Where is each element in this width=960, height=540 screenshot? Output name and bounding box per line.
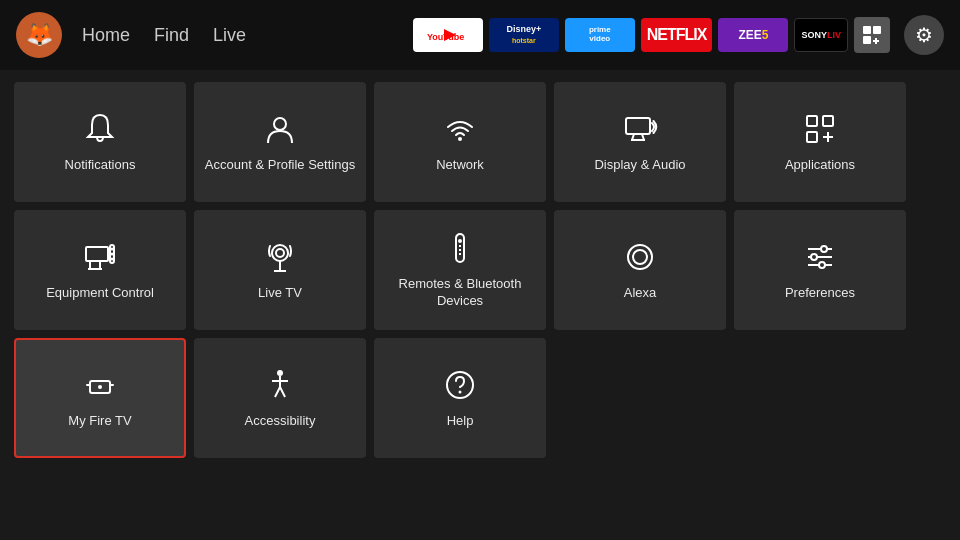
svg-point-37: [633, 250, 647, 264]
tv-icon: [82, 239, 118, 275]
svg-rect-5: [863, 36, 871, 44]
app-disney-hotstar[interactable]: Disney+hotstar: [489, 18, 559, 52]
equipment-control-label: Equipment Control: [38, 285, 162, 302]
accessibility-icon: [262, 367, 298, 403]
help-label: Help: [439, 413, 482, 430]
nav-find[interactable]: Find: [154, 25, 189, 46]
svg-point-28: [276, 249, 284, 257]
top-navigation: 🦊 Home Find Live YouTube Disney+hotstar …: [0, 0, 960, 70]
account-label: Account & Profile Settings: [197, 157, 363, 174]
live-tv-label: Live TV: [250, 285, 310, 302]
nav-links: Home Find Live: [82, 25, 246, 46]
app-youtube[interactable]: YouTube: [413, 18, 483, 52]
svg-text:YouTube: YouTube: [427, 32, 464, 42]
tile-accessibility[interactable]: Accessibility: [194, 338, 366, 458]
svg-line-51: [275, 387, 280, 397]
svg-point-8: [274, 118, 286, 130]
tile-applications[interactable]: Applications: [734, 82, 906, 202]
grid-row-2: Equipment Control Live TV: [14, 210, 946, 330]
svg-rect-31: [456, 234, 464, 262]
wifi-icon: [442, 111, 478, 147]
svg-rect-4: [873, 26, 881, 34]
tile-network[interactable]: Network: [374, 82, 546, 202]
svg-rect-10: [626, 118, 650, 134]
svg-point-43: [819, 262, 825, 268]
alexa-label: Alexa: [616, 285, 665, 302]
settings-button[interactable]: ⚙: [904, 15, 944, 55]
app-prime-video[interactable]: primevideo: [565, 18, 635, 52]
preferences-label: Preferences: [777, 285, 863, 302]
svg-point-41: [821, 246, 827, 252]
tile-equipment-control[interactable]: Equipment Control: [14, 210, 186, 330]
tile-display-audio[interactable]: Display & Audio: [554, 82, 726, 202]
svg-rect-45: [86, 384, 90, 386]
logo: 🦊: [16, 12, 62, 58]
accessibility-label: Accessibility: [237, 413, 324, 430]
svg-rect-15: [823, 116, 833, 126]
notifications-label: Notifications: [57, 157, 144, 174]
svg-rect-16: [807, 132, 817, 142]
svg-point-53: [447, 372, 473, 398]
display-audio-label: Display & Audio: [586, 157, 693, 174]
alexa-icon: [622, 239, 658, 275]
help-icon: [442, 367, 478, 403]
svg-point-32: [458, 239, 462, 243]
svg-rect-46: [110, 384, 114, 386]
tile-alexa[interactable]: Alexa: [554, 210, 726, 330]
tile-remotes-bluetooth[interactable]: Remotes & Bluetooth Devices: [374, 210, 546, 330]
nav-live[interactable]: Live: [213, 25, 246, 46]
tile-notifications[interactable]: Notifications: [14, 82, 186, 202]
tile-help[interactable]: Help: [374, 338, 546, 458]
remote-icon: [442, 230, 478, 266]
svg-rect-3: [863, 26, 871, 34]
settings-grid: Notifications Account & Profile Settings: [0, 70, 960, 470]
sliders-icon: [802, 239, 838, 275]
nav-home[interactable]: Home: [82, 25, 130, 46]
my-fire-tv-label: My Fire TV: [60, 413, 139, 430]
app-zee5[interactable]: ZEE5: [718, 18, 788, 52]
tile-preferences[interactable]: Preferences: [734, 210, 906, 330]
apps-icon: [802, 111, 838, 147]
svg-point-48: [277, 370, 283, 376]
svg-point-47: [98, 385, 102, 389]
bell-icon: [82, 111, 118, 147]
app-sonyliv[interactable]: SONYLIV: [794, 18, 848, 52]
remotes-bluetooth-label: Remotes & Bluetooth Devices: [374, 276, 546, 310]
tile-account-profile[interactable]: Account & Profile Settings: [194, 82, 366, 202]
app-shortcuts: YouTube Disney+hotstar primevideo NETFLI…: [413, 17, 890, 53]
svg-point-54: [459, 390, 462, 393]
firetv-icon: [82, 367, 118, 403]
grid-row-1: Notifications Account & Profile Settings: [14, 82, 946, 202]
applications-label: Applications: [777, 157, 863, 174]
svg-point-42: [811, 254, 817, 260]
svg-point-9: [458, 137, 462, 141]
display-icon: [622, 111, 658, 147]
grid-row-3: My Fire TV Accessibility: [14, 338, 946, 458]
app-netflix[interactable]: NETFLIX: [641, 18, 713, 52]
svg-point-27: [272, 245, 288, 261]
network-label: Network: [428, 157, 492, 174]
svg-rect-19: [86, 247, 108, 261]
svg-point-36: [628, 245, 652, 269]
antenna-icon: [262, 239, 298, 275]
tile-live-tv[interactable]: Live TV: [194, 210, 366, 330]
tile-my-fire-tv[interactable]: My Fire TV: [14, 338, 186, 458]
svg-rect-14: [807, 116, 817, 126]
person-icon: [262, 111, 298, 147]
all-apps-icon[interactable]: [854, 17, 890, 53]
svg-rect-7: [873, 40, 879, 42]
svg-line-52: [280, 387, 285, 397]
